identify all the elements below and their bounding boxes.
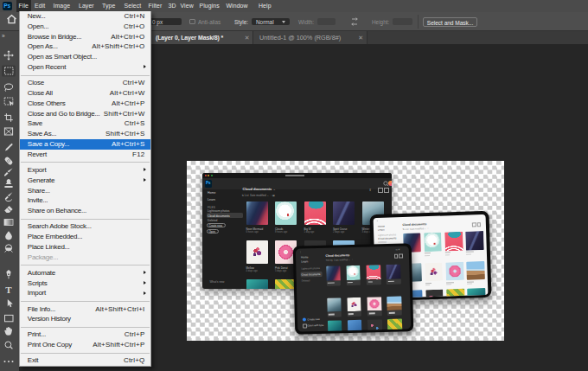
svg-text:T: T [5, 285, 12, 295]
svg-text:»: » [2, 33, 5, 39]
